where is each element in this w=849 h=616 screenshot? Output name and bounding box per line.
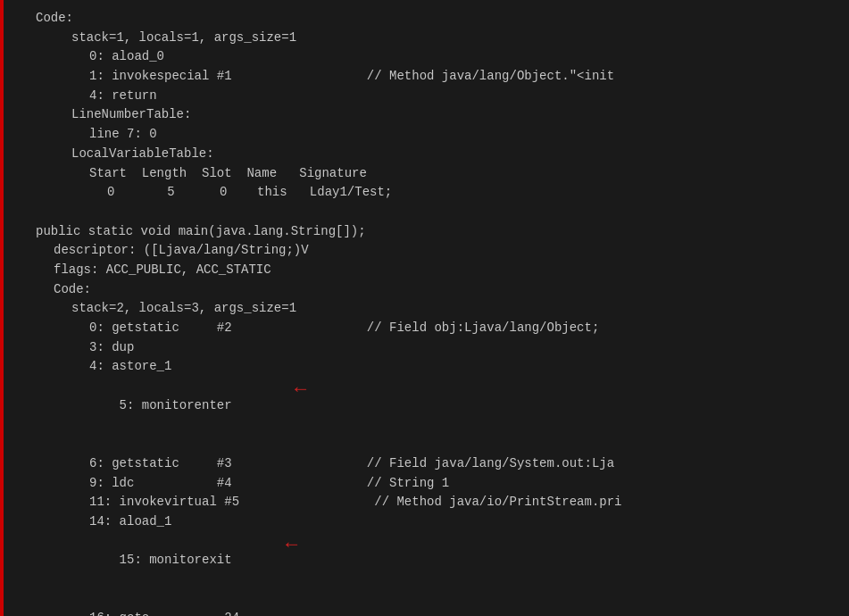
code-line: 0: aload_0 [18,47,849,67]
code-line: stack=1, locals=1, args_size=1 [18,29,849,48]
code-line: line 7: 0 [18,125,849,145]
monitorexit-line: 15: monitorexit ← [18,532,849,610]
code-line: 14: aload_1 [18,512,849,532]
code-line: LocalVariableTable: [18,145,849,164]
monitorenter-line: 5: monitorenter ← [18,377,849,454]
code-line: 11: invokevirtual #5 // Method java/io/P… [18,493,849,512]
code-line: public static void main(java.lang.String… [18,222,849,242]
code-line: Code: [18,280,849,300]
code-line: 0: getstatic #2 // Field obj:Ljava/lang/… [18,319,849,338]
arrow-left-1: ← [286,530,297,561]
code-line: stack=2, locals=3, args_size=1 [18,299,849,319]
code-line [18,203,849,222]
code-line: descriptor: ([Ljava/lang/String;)V [18,241,849,261]
code-line: flags: ACC_PUBLIC, ACC_STATIC [18,261,849,280]
code-line: 1: invokespecial #1 // Method java/lang/… [18,67,849,87]
code-line: 6: getstatic #3 // Field java/lang/Syste… [18,454,849,474]
code-line: LineNumberTable: [18,105,849,125]
code-line: 16: goto 24 [18,609,849,616]
left-indicator [0,0,4,616]
code-line: 9: ldc #4 // String 1 [18,474,849,494]
arrow-right-1: ← [295,375,306,405]
code-line: Code: [18,9,849,29]
code-container: Code: stack=1, locals=1, args_size=1 0: … [0,0,849,616]
code-line: Start Length Slot Name Signature [18,164,849,184]
code-line: 4: return [18,87,849,106]
code-line: 3: dup [18,338,849,358]
code-line: 4: astore_1 [18,357,849,377]
code-line: 0 5 0 this Lday1/Test; [18,183,849,203]
